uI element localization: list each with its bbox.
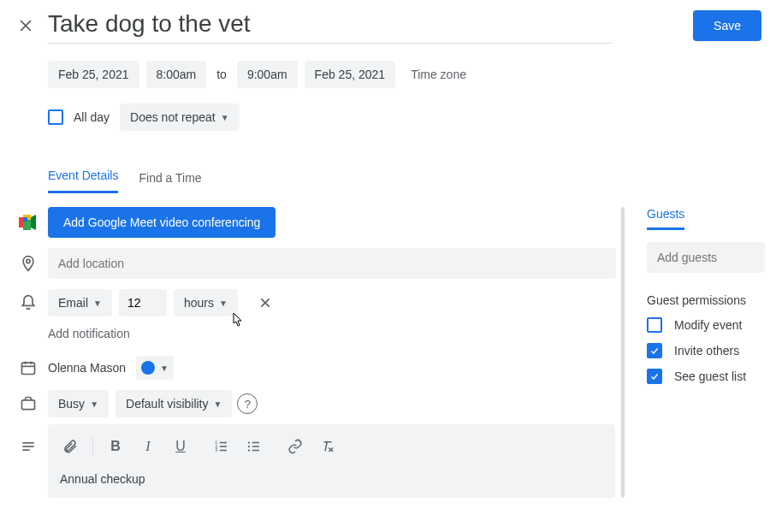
tab-event-details[interactable]: Event Details [48,168,118,193]
modify-event-checkbox[interactable] [647,317,662,333]
numbered-list-button[interactable]: 123 [206,431,237,462]
underline-icon: U [175,439,186,454]
add-guests-input[interactable] [647,242,765,273]
attach-file-button[interactable] [55,431,86,462]
save-button[interactable]: Save [693,10,761,41]
notification-value-input[interactable] [119,289,167,316]
description-icon [20,438,37,455]
chevron-down-icon: ▼ [214,399,222,409]
svg-rect-10 [22,363,35,374]
see-guest-list-label: See guest list [674,369,746,383]
color-swatch [141,361,155,375]
bold-button[interactable]: B [100,431,131,462]
underline-button[interactable]: U [165,431,196,462]
italic-button[interactable]: I [133,431,163,462]
svg-rect-2 [19,217,23,228]
chevron-down-icon: ▼ [219,299,228,308]
google-meet-icon [19,215,38,230]
start-date-chip[interactable]: Feb 25, 2021 [48,61,139,88]
svg-point-28 [248,446,250,447]
visibility-label: Default visibility [126,397,208,411]
chevron-down-icon: ▼ [160,364,169,373]
invite-others-checkbox[interactable] [647,343,662,358]
start-time-chip[interactable]: 8:00am [146,61,207,88]
calendar-owner-name: Olenna Mason [48,361,126,375]
bulleted-list-button[interactable] [239,431,270,462]
end-time-chip[interactable]: 9:00am [237,61,298,88]
tab-find-a-time[interactable]: Find a Time [139,171,201,193]
notification-bell-icon [20,294,37,311]
recurrence-dropdown[interactable]: Does not repeat ▼ [120,103,240,131]
availability-dropdown[interactable]: Busy ▼ [48,390,109,417]
question-icon: ? [245,398,251,411]
notification-unit-label: hours [184,296,214,310]
chevron-down-icon: ▼ [221,113,229,122]
bulleted-list-icon [246,439,262,454]
italic-icon: I [145,439,150,454]
add-google-meet-button[interactable]: Add Google Meet video conferencing [48,207,275,238]
remove-notification-button[interactable] [252,289,279,316]
close-icon [17,17,34,34]
clear-formatting-button[interactable] [312,431,343,462]
add-notification-link[interactable]: Add notification [0,327,618,340]
notification-unit-dropdown[interactable]: hours ▼ [174,289,238,316]
to-label: to [213,68,230,81]
briefcase-icon [20,395,37,412]
visibility-dropdown[interactable]: Default visibility ▼ [116,390,232,417]
link-icon [287,439,303,454]
calendar-color-dropdown[interactable]: ▼ [136,356,174,380]
svg-point-29 [248,449,250,451]
calendar-icon [20,359,37,376]
visibility-help-button[interactable]: ? [237,393,258,414]
guest-permissions-title: Guest permissions [647,293,770,307]
timezone-link[interactable]: Time zone [411,68,466,81]
insert-link-button[interactable] [280,431,311,462]
invite-others-label: Invite others [674,344,739,358]
close-icon [258,296,272,310]
svg-point-7 [27,259,30,263]
svg-point-27 [248,441,250,443]
all-day-checkbox[interactable] [48,109,63,125]
bold-icon: B [110,439,121,454]
all-day-label: All day [74,110,110,124]
end-date-chip[interactable]: Feb 25, 2021 [305,61,396,88]
chevron-down-icon: ▼ [93,299,102,308]
availability-label: Busy [58,397,85,411]
toolbar-separator [92,437,93,456]
svg-rect-6 [23,217,27,222]
numbered-list-icon: 123 [214,439,229,454]
notification-method-dropdown[interactable]: Email ▼ [48,289,112,316]
paperclip-icon [62,439,78,454]
clear-format-icon [320,439,335,454]
see-guest-list-checkbox[interactable] [647,369,662,384]
modify-event-label: Modify event [674,318,742,332]
close-button[interactable] [9,9,43,43]
description-text[interactable]: Annual checkup [48,469,615,489]
recurrence-label: Does not repeat [130,110,216,124]
chevron-down-icon: ▼ [90,399,98,409]
location-icon [20,255,37,272]
notification-method-label: Email [58,296,88,310]
svg-text:3: 3 [216,448,218,452]
event-title-input[interactable] [48,7,613,44]
tab-guests[interactable]: Guests [647,207,684,230]
svg-marker-5 [31,215,36,230]
location-input[interactable] [48,248,616,279]
svg-rect-14 [22,400,35,410]
